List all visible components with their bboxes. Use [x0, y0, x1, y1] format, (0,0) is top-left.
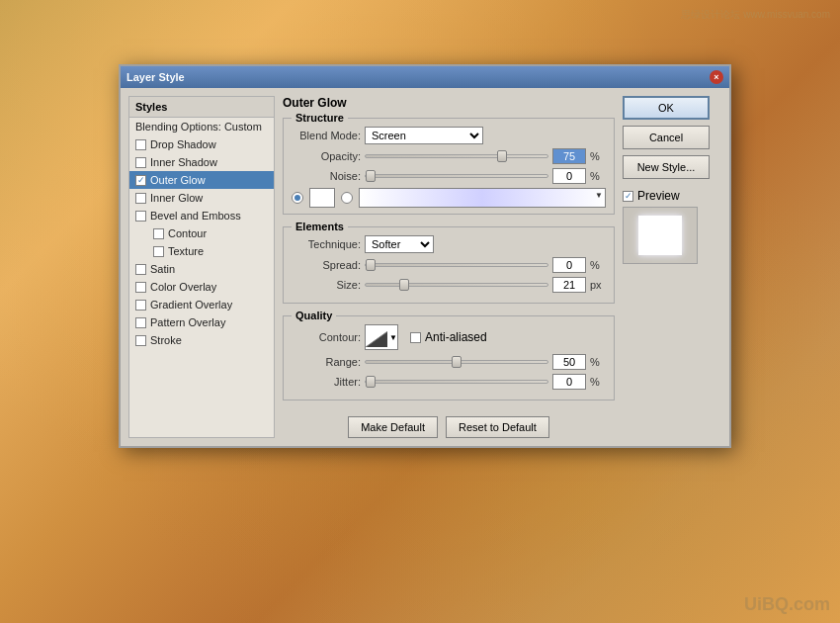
size-row: Size: px [292, 277, 606, 293]
texture-checkbox[interactable] [153, 246, 164, 257]
gradient-overlay-checkbox[interactable] [135, 300, 146, 311]
color-overlay-checkbox[interactable] [135, 282, 146, 293]
outer-glow-checkbox[interactable]: ✓ [135, 175, 146, 186]
sidebar-item-blending-options[interactable]: Blending Options: Custom [129, 118, 274, 135]
watermark-tl: 思绿设计论坛 www.missvuan.com [681, 8, 830, 22]
size-label: Size: [292, 279, 361, 291]
opacity-unit: % [590, 150, 606, 162]
technique-label: Technique: [292, 238, 361, 250]
anti-alias-checkbox[interactable] [410, 332, 421, 343]
range-label: Range: [292, 356, 361, 368]
range-input[interactable] [552, 354, 586, 370]
noise-row: Noise: % [292, 168, 606, 184]
sidebar-item-gradient-overlay[interactable]: Gradient Overlay [129, 296, 274, 313]
noise-input[interactable] [552, 168, 586, 184]
satin-checkbox[interactable] [135, 264, 146, 275]
sidebar-item-color-overlay[interactable]: Color Overlay [129, 278, 274, 296]
cancel-button[interactable]: Cancel [623, 126, 710, 149]
sidebar-item-outer-glow[interactable]: ✓ Outer Glow [129, 171, 274, 189]
color-swatch[interactable] [309, 188, 335, 208]
color-gradient-row: ▼ [292, 188, 606, 208]
sidebar-item-bevel-emboss[interactable]: Bevel and Emboss [129, 207, 274, 224]
spread-unit: % [590, 259, 606, 271]
bevel-emboss-checkbox[interactable] [135, 211, 146, 222]
make-default-button[interactable]: Make Default [348, 416, 438, 438]
dialog-title: Layer Style [126, 71, 185, 83]
spread-slider[interactable] [365, 259, 548, 271]
sidebar-item-stroke[interactable]: Stroke [129, 331, 274, 349]
pattern-overlay-checkbox[interactable] [135, 317, 146, 328]
outer-glow-label: Outer Glow [150, 174, 206, 186]
spread-label: Spread: [292, 259, 361, 271]
jitter-unit: % [590, 376, 606, 388]
right-panel: OK Cancel New Style... ✓ Preview [623, 96, 721, 438]
layer-style-dialog: Layer Style × Styles Blending Options: C… [119, 64, 731, 448]
size-unit: px [590, 279, 606, 291]
satin-label: Satin [150, 263, 175, 275]
svg-marker-0 [366, 327, 387, 347]
noise-unit: % [590, 170, 606, 182]
sidebar-item-inner-shadow[interactable]: Inner Shadow [129, 153, 274, 171]
anti-alias-row: Anti-aliased [410, 330, 487, 344]
bottom-buttons-row: Make Default Reset to Default [283, 416, 615, 438]
blend-mode-select[interactable]: Screen [365, 127, 483, 144]
structure-section: Structure Blend Mode: Screen Opacity: [283, 118, 615, 215]
structure-legend: Structure [292, 112, 348, 124]
jitter-input[interactable] [552, 374, 586, 390]
sidebar-item-satin[interactable]: Satin [129, 260, 274, 278]
main-panel: Outer Glow Structure Blend Mode: Screen … [283, 96, 615, 438]
ok-button[interactable]: OK [623, 96, 710, 120]
noise-label: Noise: [292, 170, 361, 182]
contour-button[interactable]: ▼ [365, 324, 398, 350]
drop-shadow-checkbox[interactable] [135, 139, 146, 150]
jitter-label: Jitter: [292, 376, 361, 388]
technique-row: Technique: Softer Precise [292, 235, 606, 253]
spread-input[interactable] [552, 257, 586, 273]
preview-checkbox[interactable]: ✓ [623, 191, 633, 202]
opacity-slider[interactable] [365, 150, 548, 162]
opacity-input[interactable] [552, 148, 586, 164]
opacity-label: Opacity: [292, 150, 361, 162]
sidebar-item-pattern-overlay[interactable]: Pattern Overlay [129, 313, 274, 331]
range-row: Range: % [292, 354, 606, 370]
pattern-overlay-label: Pattern Overlay [150, 316, 225, 328]
styles-panel-header: Styles [129, 97, 274, 118]
stroke-label: Stroke [150, 334, 182, 346]
reset-to-default-button[interactable]: Reset to Default [446, 416, 549, 438]
gradient-swatch[interactable]: ▼ [359, 188, 606, 208]
texture-label: Texture [168, 245, 204, 257]
sidebar-item-drop-shadow[interactable]: Drop Shadow [129, 135, 274, 153]
size-input[interactable] [552, 277, 586, 293]
sidebar-item-texture[interactable]: Texture [129, 242, 274, 260]
preview-label-row: ✓ Preview [623, 189, 721, 203]
noise-slider[interactable] [365, 170, 548, 182]
technique-select[interactable]: Softer Precise [365, 235, 434, 253]
inner-shadow-checkbox[interactable] [135, 157, 146, 168]
quality-legend: Quality [292, 310, 336, 321]
elements-section: Elements Technique: Softer Precise Sprea… [283, 226, 615, 304]
range-slider[interactable] [365, 356, 548, 368]
elements-legend: Elements [292, 221, 348, 232]
gradient-arrow-icon: ▼ [595, 191, 603, 200]
color-radio[interactable] [292, 192, 303, 204]
new-style-button[interactable]: New Style... [623, 155, 710, 179]
sidebar-item-inner-glow[interactable]: Inner Glow [129, 189, 274, 207]
sidebar-item-contour[interactable]: Contour [129, 224, 274, 242]
close-button[interactable]: × [710, 70, 723, 84]
contour-label: Contour [168, 227, 207, 239]
inner-glow-label: Inner Glow [150, 192, 203, 204]
contour-preview-icon [366, 327, 387, 347]
jitter-slider[interactable] [365, 376, 548, 388]
size-slider[interactable] [365, 279, 548, 291]
stroke-checkbox[interactable] [135, 335, 146, 346]
preview-section: ✓ Preview [623, 189, 721, 264]
dialog-body: Styles Blending Options: Custom Drop Sha… [121, 88, 729, 446]
inner-glow-checkbox[interactable] [135, 193, 146, 204]
styles-panel: Styles Blending Options: Custom Drop Sha… [128, 96, 275, 438]
jitter-row: Jitter: % [292, 374, 606, 390]
opacity-row: Opacity: % [292, 148, 606, 164]
contour-row: Contour: ▼ Anti-aliased [292, 324, 606, 350]
contour-checkbox[interactable] [153, 228, 164, 239]
contour-label: Contour: [292, 331, 361, 343]
gradient-radio[interactable] [341, 192, 353, 204]
